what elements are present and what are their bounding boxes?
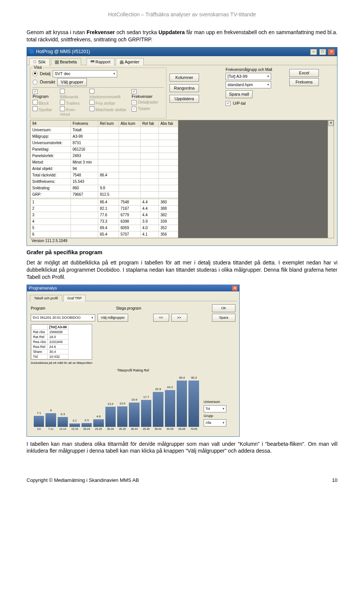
ok-button[interactable]: OK (212, 304, 235, 312)
table-row[interactable]: Universum:Totalt (31, 127, 178, 133)
tab-agenter[interactable]: Agenter (116, 58, 144, 65)
col-header[interactable]: Rel fak (141, 120, 159, 127)
valj-grupper-button[interactable]: Välj grupper (57, 78, 86, 86)
chart-bar: 13.5 (117, 406, 127, 427)
select-freqgrupp[interactable]: [Tot] A3-99 (226, 73, 271, 80)
check-block (33, 100, 38, 105)
spara-mall-button[interactable]: Spara mall (226, 90, 253, 98)
col-header[interactable]: 94 (31, 120, 71, 127)
table-row[interactable]: Rea Rel24.6 (31, 344, 69, 349)
check-ickekomm (89, 89, 94, 94)
chart-bar: 30.3 (188, 381, 199, 426)
prev-button[interactable]: << (153, 314, 169, 322)
maximize-button[interactable]: □ (319, 49, 326, 55)
hotprog-window: 🟦 HotProg @ MMS (#51201) – □ ✕ Sök Bearb… (27, 47, 337, 246)
paragraph-2: Det är möjligt att dubbelklicka på ett p… (27, 259, 337, 281)
tab-sok[interactable]: Sök (29, 58, 50, 65)
frekvens-button[interactable]: Frekvens (289, 78, 319, 86)
spara-button[interactable]: Spara (212, 314, 235, 322)
check-trailers (60, 100, 65, 105)
table-row[interactable]: Share30.4 (31, 349, 69, 354)
check-uptal[interactable] (226, 101, 231, 106)
visa-legend: Visa (33, 65, 43, 69)
window-title: 🟦 HotProg @ MMS (#51201) (29, 49, 90, 54)
table-row[interactable]: Panelstorlek:2493 (31, 153, 178, 159)
profile-chart: Tittarprofil Rating Rel 7.196.32.12.34.8… (31, 367, 235, 432)
table-row[interactable]: 186.475484.4380 (31, 199, 178, 205)
scrollbar[interactable]: ▴▾ (328, 120, 334, 238)
person-icon (120, 60, 124, 64)
table-row[interactable]: 665.457074.1356 (31, 231, 178, 238)
uppdatera-button[interactable]: Uppdatera (169, 95, 199, 103)
minimize-button[interactable]: – (310, 49, 317, 55)
rangordna-button[interactable]: Rangordna (169, 84, 199, 92)
col-header[interactable]: Abs fak (159, 120, 178, 127)
valj-malgrupper-button[interactable]: Välj målgrupper (97, 314, 128, 322)
select-rangordna[interactable]: standard.hpm (226, 81, 271, 88)
col-header[interactable]: Frekvens (71, 120, 98, 127)
intro-paragraph: Genom att kryssa i rutan Frekvenser och … (27, 29, 337, 43)
footer-copyright: Copyright © Mediamätning i Skandinavien … (27, 477, 139, 483)
table-row[interactable]: Tid10:432 (31, 354, 69, 359)
table-row[interactable]: Universumstorlek:8731 (31, 140, 178, 146)
universum-select[interactable]: Tot (204, 405, 226, 412)
check-frekvenser[interactable] (132, 89, 136, 94)
table-row[interactable]: Rat Abs1566938 (31, 329, 69, 334)
check-program[interactable] (33, 89, 38, 94)
list-icon (91, 60, 94, 64)
table-row[interactable]: Total räckvidd:754886.4 (31, 172, 178, 178)
table-row[interactable]: Metod:Minst 3 min (31, 159, 178, 165)
next-button[interactable]: >> (171, 314, 187, 322)
table-row[interactable]: Snittfrekvens:15.543 (31, 178, 178, 185)
wrench-icon (55, 60, 59, 64)
chart-bar: 2.1 (69, 423, 80, 426)
table-row[interactable]: Snittrating:8609.8 (31, 185, 178, 191)
table-row[interactable]: GRP:79667912.5 (31, 191, 178, 198)
table-row[interactable]: Rea Abs2151949 (31, 339, 69, 344)
table-row[interactable]: 282.171674.4388 (31, 205, 178, 212)
search-icon (33, 60, 37, 64)
check-totaler (132, 107, 136, 112)
chart-bar: 24.2 (165, 390, 175, 427)
table-row[interactable]: 473.363983.9339 (31, 218, 178, 225)
app-icon: 🟦 (29, 49, 35, 54)
table-row[interactable]: Paneldag:061216 (31, 146, 178, 153)
excel-button[interactable]: Excel (289, 69, 319, 77)
chart-bar: 22.9 (153, 392, 163, 427)
tab-bearbeta[interactable]: Bearbeta (51, 58, 81, 65)
freq-grid[interactable]: 94FrekvensRel kumAbs kumRel fakAbs fak U… (30, 120, 334, 238)
check-spottar (33, 106, 38, 111)
table-row[interactable]: Målgrupp:A3-99 (31, 133, 178, 140)
chart-bar: 17.7 (141, 400, 151, 427)
col-header[interactable]: Rel kum (98, 120, 119, 127)
radio-oversikt[interactable] (33, 80, 38, 85)
metrics-table[interactable]: [Tot] A3-99 Rat Abs1566938Rat Rel18.0Rea… (31, 324, 92, 360)
program-select[interactable]: SV1 061201 20:01 DOOBIDOO (31, 314, 95, 321)
radio-detalj[interactable] (33, 71, 38, 76)
chart-bar: 6.3 (58, 417, 68, 426)
kolumner-button[interactable]: Kolumner (169, 74, 199, 82)
check-fria (89, 100, 94, 105)
chart-title: Tittarprofil Rating Rel (32, 368, 234, 372)
tab-rapport[interactable]: Rapport (86, 58, 115, 65)
dialog-close-button[interactable]: ✕ (232, 286, 237, 291)
check-detaljrader (132, 100, 136, 105)
grupp-select[interactable]: Alla (204, 419, 226, 426)
col-header[interactable]: Abs kum (119, 120, 141, 127)
main-tabs: Sök Bearbeta Rapport Agenter (27, 56, 337, 65)
tab-tabell-profil[interactable]: Tabell och profil (30, 295, 62, 301)
table-row[interactable]: Antal objekt:94 (31, 165, 178, 172)
table-row[interactable]: 569.460594.0352 (31, 225, 178, 231)
doc-header: HotCollection – Träffsäkra analyser av s… (27, 11, 337, 17)
select-detalj[interactable]: SVT dec (53, 70, 117, 77)
table-row[interactable]: Rat Rel18.0 (31, 334, 69, 339)
programanalys-dialog: Programanalys ✕ Tabell och profil Graf T… (27, 285, 240, 437)
tab-graf-trp[interactable]: Graf TRP (63, 295, 86, 301)
close-button[interactable]: ✕ (328, 49, 335, 55)
hint-text: Dubbelklicka på ett mått för att se titt… (31, 361, 235, 365)
table-row[interactable]: 761.353503.6315 (31, 238, 178, 238)
version-label: Version 111.2.5.1049 (30, 238, 334, 243)
table-row[interactable]: 377.667794.4382 (31, 212, 178, 218)
check-billboards (60, 89, 65, 94)
chart-bar: 9 (46, 413, 56, 427)
